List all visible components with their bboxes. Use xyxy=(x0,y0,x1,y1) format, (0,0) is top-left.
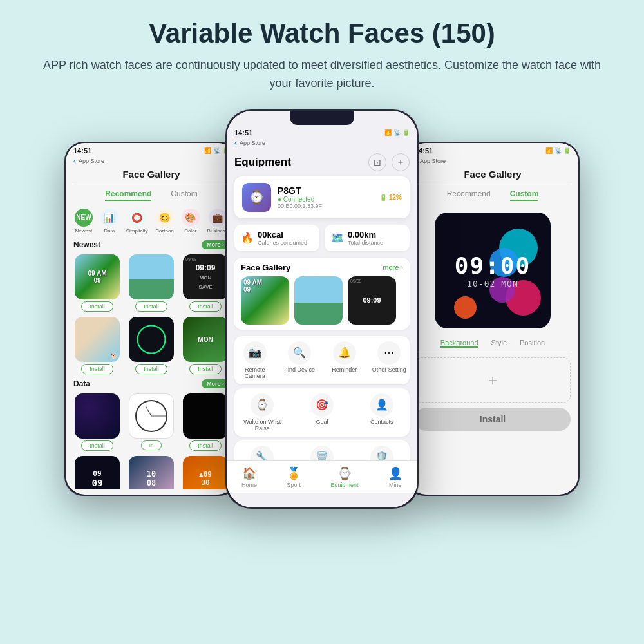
mine-icon: 👤 xyxy=(388,466,402,480)
wf-item-circular: Install xyxy=(126,317,176,374)
wf-thumb-galaxy[interactable] xyxy=(75,393,120,439)
center-fg-more[interactable]: more › xyxy=(383,263,403,271)
cat-cartoon[interactable]: 😊 Cartoon xyxy=(155,209,173,234)
reminder-icon: 🔔 xyxy=(333,341,356,365)
func-find-label: Find Device xyxy=(284,366,315,373)
wf-thumb-flowers[interactable]: 1008 xyxy=(129,456,174,489)
right-status-icons: 📶 📡 🔋 xyxy=(545,147,571,154)
func-contacts[interactable]: 👤 Contacts xyxy=(354,388,410,437)
wf-thumb-analog[interactable] xyxy=(129,393,174,439)
left-newest-grid: 09 AM09 Install Install xyxy=(66,252,237,314)
func-reminder[interactable]: 🔔 Reminder xyxy=(324,336,365,384)
stat-distance: 🗺️ 0.00km Total distance xyxy=(325,225,410,251)
stat-calories-info: 00kcal Calories consumed xyxy=(258,230,307,246)
wf-thumb-orange[interactable]: ▲0930 xyxy=(183,456,228,489)
right-status-bar: 14:51 📶 📡 🔋 xyxy=(407,143,578,156)
nav-sport-label: Sport xyxy=(287,482,301,488)
fg-thumb-2[interactable] xyxy=(294,276,343,325)
wf-install-minimal[interactable]: Install xyxy=(189,440,222,451)
cat-newest[interactable]: NEW Newest xyxy=(75,209,93,234)
cat-color-label: Color xyxy=(184,228,196,234)
center-bottom-nav: 🏠 Home 🏅 Sport ⌚ Equipment 👤 xyxy=(227,460,417,493)
wf-install-green[interactable]: Install xyxy=(189,364,222,374)
wf-thumb-island[interactable] xyxy=(129,254,174,299)
wf-install-dark[interactable]: Install xyxy=(189,301,222,312)
wf-install-circular[interactable]: Install xyxy=(135,364,167,374)
nav-mine[interactable]: 👤 Mine xyxy=(388,466,402,488)
right-subtab-bg[interactable]: Background xyxy=(440,339,478,348)
wf-install-dog[interactable]: Install xyxy=(81,364,113,374)
center-equipment-title: Equipment xyxy=(234,156,291,169)
wf-thumb-dog[interactable]: 🐕 xyxy=(75,317,120,362)
cat-newest-label: Newest xyxy=(75,228,93,234)
wf-thumb-dark[interactable]: 09/09 09:09MON SAVE xyxy=(183,254,228,299)
right-sub-tabs: Background Style Position xyxy=(415,335,571,352)
center-expand-btn[interactable]: ⊡ xyxy=(368,153,386,171)
wf-thumb-green[interactable]: MON xyxy=(183,317,228,362)
center-fg-section: Face Gallery more › 09 AM09 09/09 xyxy=(234,258,410,330)
wf-thumb-digital2[interactable]: 0909 xyxy=(75,456,120,489)
func-wrist[interactable]: ⌚ Wake on Wrist Raise xyxy=(234,388,290,437)
func-wrist-label: Wake on Wrist Raise xyxy=(237,419,288,431)
center-stats-row: 🔥 00kcal Calories consumed 🗺️ 0.00km xyxy=(234,225,410,251)
right-subtab-style[interactable]: Style xyxy=(491,339,507,348)
right-add-area[interactable]: ＋ xyxy=(415,357,571,402)
right-subtab-pos[interactable]: Position xyxy=(520,339,545,348)
wf-hour-hand xyxy=(146,406,152,416)
wf-install-nature[interactable]: Install xyxy=(81,301,113,312)
left-tab-custom[interactable]: Custom xyxy=(171,189,197,201)
wf-time-nature: 09 AM09 xyxy=(88,270,106,284)
wf-install-galaxy[interactable]: Install xyxy=(81,440,113,451)
nav-equipment[interactable]: ⌚ Equipment xyxy=(331,466,359,488)
page-container: Variable Watch Faces (150) APP rich watc… xyxy=(0,0,644,509)
left-back-arrow[interactable]: ‹ xyxy=(73,156,76,166)
center-add-btn[interactable]: ＋ xyxy=(392,153,410,171)
fg-thumb-3[interactable]: 09/09 09:09 xyxy=(348,276,396,325)
nav-sport[interactable]: 🏅 Sport xyxy=(287,466,301,488)
fg-thumb-1-time: 09 AM09 xyxy=(241,276,289,296)
wifi-icon: 📡 xyxy=(213,147,220,154)
sport-icon: 🏅 xyxy=(287,466,301,480)
device-name: P8GT xyxy=(278,185,373,196)
device-battery: 🔋 12% xyxy=(379,194,402,201)
func-goal[interactable]: 🎯 Goal xyxy=(294,388,350,437)
cat-simplicity[interactable]: ⭕ Simplicity xyxy=(126,209,148,234)
wf-item-galaxy: Install xyxy=(72,393,122,451)
wf-install-analog[interactable]: In xyxy=(141,440,162,450)
func-find[interactable]: 🔍 Find Device xyxy=(279,336,321,384)
center-eq-icons: ⊡ ＋ xyxy=(368,153,410,171)
func-other-label: Other Setting xyxy=(372,366,406,373)
func-camera[interactable]: 📷 Remote Camera xyxy=(234,336,276,384)
center-device-card: ⌚ P8GT ● Connected 00:E0:00:1:33:9F 🔋 12… xyxy=(234,176,410,218)
func-camera-label: Remote Camera xyxy=(237,366,273,379)
wf-min-hand xyxy=(151,415,166,416)
func-other[interactable]: ⋯ Other Setting xyxy=(369,336,410,384)
right-tab-custom[interactable]: Custom xyxy=(510,189,539,201)
left-store-label: App Store xyxy=(79,158,104,164)
center-phone: 14:51 📶 📡 🔋 ‹ App Store xyxy=(225,109,419,509)
wf-install-island[interactable]: Install xyxy=(135,301,167,312)
wf-thumb-nature[interactable]: 09 AM09 xyxy=(75,254,120,299)
cat-color[interactable]: 🎨 Color xyxy=(182,209,200,234)
left-tab-recommend[interactable]: Recommend xyxy=(105,189,151,201)
wf-thumb-minimal[interactable] xyxy=(183,393,228,439)
nav-equipment-label: Equipment xyxy=(331,482,359,488)
wf-item-island: Install xyxy=(126,254,176,312)
left-scroll-area: Newest More › 09 AM09 Install xyxy=(66,238,237,489)
nav-home[interactable]: 🏠 Home xyxy=(242,466,257,488)
cat-data-label: Data xyxy=(104,228,115,234)
right-install-btn[interactable]: Install xyxy=(415,408,571,431)
right-battery-icon: 🔋 xyxy=(564,147,571,154)
left-time: 14:51 xyxy=(73,147,91,155)
wf-digital2-time: 0909 xyxy=(92,469,103,488)
wf-thumb-circular[interactable] xyxy=(129,317,174,362)
center-back-arrow[interactable]: ‹ xyxy=(234,138,237,147)
cat-data[interactable]: 📊 Data xyxy=(100,209,118,234)
fg-thumb-1[interactable]: 09 AM09 xyxy=(241,276,289,325)
center-battery-icon: 🔋 xyxy=(402,129,410,136)
fg-thumb-3-time: 09:09 xyxy=(363,296,381,304)
right-tab-recommend[interactable]: Recommend xyxy=(447,189,491,201)
cat-simplicity-label: Simplicity xyxy=(126,228,148,234)
right-phone: 14:51 📶 📡 🔋 ‹ App Store Face Gallery Rec… xyxy=(406,142,580,496)
cat-cartoon-label: Cartoon xyxy=(155,228,173,234)
